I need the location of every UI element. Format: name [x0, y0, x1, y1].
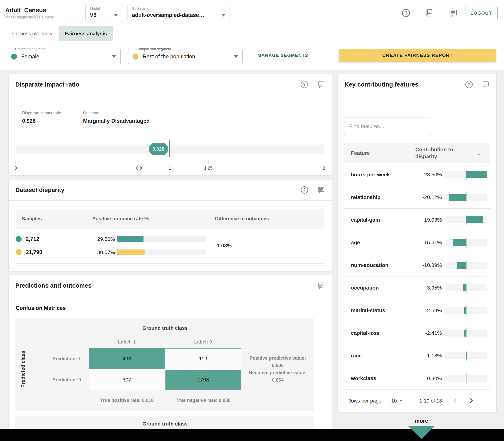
- model-select[interactable]: Model V5: [85, 4, 122, 22]
- feature-name: marital-status: [344, 307, 406, 313]
- column-difference: Difference in outcomes: [207, 216, 324, 221]
- feature-row[interactable]: capital-gain 19.03%: [344, 209, 490, 231]
- bar-fill: [466, 216, 483, 223]
- column-positive-rate: Positive outcome rate %: [87, 216, 207, 221]
- comment-icon[interactable]: [482, 80, 490, 88]
- feature-row[interactable]: workclass 0.30%: [344, 367, 490, 390]
- feature-row[interactable]: race 1.18%: [344, 344, 490, 367]
- feature-row[interactable]: capital-loss -2.41%: [344, 322, 490, 344]
- features-table-body: hours-per-week 23.50% relationship -20.1…: [344, 163, 490, 390]
- dataset-rows: 2,712 29.50% -1.08% 21,790 30.57%: [16, 229, 324, 263]
- difference-value: -1.08%: [207, 243, 324, 249]
- help-icon[interactable]: ?: [465, 81, 473, 88]
- feature-row[interactable]: age -15.61%: [344, 231, 490, 254]
- chevron-left-icon: [452, 397, 458, 405]
- feature-row[interactable]: hours-per-week 23.50%: [344, 163, 490, 186]
- bar-fill: [464, 307, 466, 314]
- fairness-tabbar: Fairness overview Fairness analysis: [0, 26, 504, 41]
- ground-truth-axis-label: Ground truth class: [89, 325, 241, 331]
- chevron-down-icon: [112, 55, 116, 58]
- feature-value: 23.50%: [406, 172, 442, 178]
- help-button[interactable]: ?: [402, 9, 410, 17]
- protected-segment-select[interactable]: Protected segment Female: [7, 47, 121, 64]
- feature-contribution-bar: [445, 194, 487, 201]
- card-title: Dataset disparity: [15, 187, 301, 193]
- split-select[interactable]: Split name adult-oversampled-datase…: [128, 4, 230, 22]
- sort-desc-icon[interactable]: ↓: [477, 149, 481, 157]
- metric-label: Disparate impact ratio: [22, 111, 72, 115]
- more-indicator[interactable]: more: [407, 418, 435, 439]
- manage-segments-link[interactable]: MANAGE SEGMENTS: [257, 53, 308, 58]
- outcome-label: Outcome: [83, 111, 150, 115]
- feature-name: hours-per-week: [344, 172, 406, 178]
- help-icon[interactable]: ?: [301, 186, 308, 194]
- predictions-outcomes-card: Predictions and outcomes Confusion Matri…: [9, 275, 332, 441]
- column-feature: Feature: [344, 150, 415, 156]
- feature-value: -2.41%: [406, 330, 442, 336]
- report-copy-icon: [425, 9, 434, 17]
- bar-fill: [463, 284, 466, 291]
- row-label: Prediction: 1: [31, 348, 89, 369]
- feature-contribution-bar: [445, 307, 487, 314]
- comment-icon[interactable]: [317, 282, 325, 290]
- create-fairness-report-button[interactable]: CREATE FAIRNESS REPORT: [339, 49, 496, 62]
- feature-value: -2.59%: [406, 307, 442, 313]
- positive-rate-bar: [117, 236, 206, 242]
- bar-fill: [466, 352, 467, 359]
- feature-contribution-bar: [445, 352, 487, 359]
- feature-contribution-bar: [445, 284, 487, 291]
- comparison-segment-color-dot: [16, 249, 22, 255]
- bar-fill: [453, 239, 466, 246]
- tab-fairness-overview[interactable]: Fairness overview: [5, 26, 59, 41]
- feature-row[interactable]: occupation -3.95%: [344, 276, 490, 299]
- title-block: Adult_Census Model diagnostics / Fairnes…: [5, 7, 78, 19]
- logout-button[interactable]: LOGOUT: [465, 6, 498, 20]
- feature-value: -20.12%: [406, 194, 442, 200]
- feature-name: num-education: [344, 262, 406, 268]
- axis-tick: 1: [169, 160, 171, 171]
- project-title: Adult_Census: [5, 7, 78, 14]
- npv-label: Negative predictive value:: [241, 369, 314, 377]
- rows-per-page-select[interactable]: 10: [391, 398, 403, 404]
- bar-fill: [449, 194, 466, 201]
- tab-fairness-analysis[interactable]: Fairness analysis: [59, 26, 113, 41]
- help-icon[interactable]: ?: [301, 81, 308, 88]
- feature-name: capital-loss: [344, 330, 406, 336]
- divider: [9, 296, 332, 296]
- segment-controls-row: Protected segment Female Comparison segm…: [0, 41, 504, 70]
- column-samples: Samples: [16, 216, 87, 221]
- comment-icon[interactable]: [317, 80, 325, 88]
- axis-tick: 0.8: [136, 160, 142, 171]
- comparison-segment-value: Rest of the population: [143, 53, 230, 60]
- protected-segment-label: Protected segment: [13, 47, 47, 51]
- feature-contribution-bar: [445, 239, 487, 246]
- protected-segment-value: Female: [21, 53, 109, 60]
- next-page-button[interactable]: [468, 397, 474, 405]
- feature-row[interactable]: relationship -20.12%: [344, 186, 490, 209]
- protected-samples: 2,712: [16, 236, 87, 242]
- feature-row[interactable]: marital-status -2.59%: [344, 299, 490, 322]
- comparison-segment-color-dot: [132, 54, 138, 60]
- feature-contribution-bar: [445, 375, 487, 382]
- feature-row[interactable]: num-education -10.89%: [344, 254, 490, 276]
- reports-button[interactable]: [425, 9, 434, 17]
- model-select-value: V5: [90, 12, 97, 18]
- feature-value: -10.89%: [406, 262, 442, 268]
- comparison-segment-select[interactable]: Comparison segment Rest of the populatio…: [128, 47, 243, 64]
- dataset-table-header: Samples Positive outcome rate % Differen…: [16, 209, 324, 229]
- comment-icon[interactable]: [317, 186, 325, 194]
- chevron-down-icon: [234, 55, 238, 58]
- comments-button[interactable]: [449, 9, 458, 17]
- rows-per-page-label: Rows per page:: [344, 398, 383, 404]
- more-label: more: [407, 418, 435, 424]
- fairness-analysis-page: Adult_Census Model diagnostics / Fairnes…: [0, 0, 504, 441]
- chevron-down-icon: [221, 14, 226, 16]
- divider: [9, 95, 332, 95]
- feature-name: relationship: [344, 194, 406, 200]
- slider-value-pill[interactable]: 0.926: [149, 143, 168, 155]
- feature-value: -3.95%: [406, 285, 442, 291]
- matrix-column-labels: Label: 1 Label: 0: [89, 339, 241, 345]
- feature-search-input[interactable]: [344, 118, 431, 135]
- positive-rate-value: 29.50%: [87, 236, 115, 242]
- chevron-down-icon: [114, 14, 118, 16]
